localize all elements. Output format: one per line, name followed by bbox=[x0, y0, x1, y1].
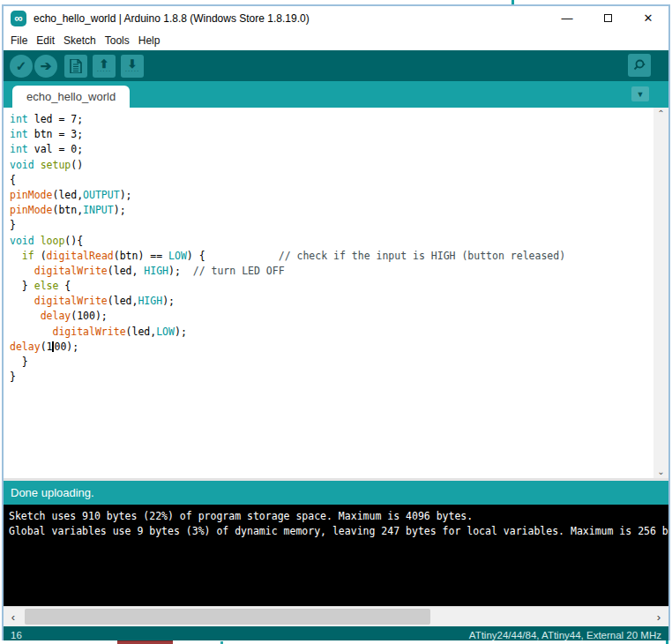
tabbar: echo_hello_world ▼ bbox=[4, 81, 668, 108]
arduino-logo-icon: ∞ bbox=[11, 11, 26, 26]
window-controls: — ✕ bbox=[547, 6, 668, 30]
menubar: FileEditSketchToolsHelp bbox=[4, 30, 668, 50]
code-line: } else { bbox=[10, 279, 653, 294]
tab-echo-hello-world[interactable]: echo_hello_world bbox=[12, 86, 130, 108]
menu-item-help[interactable]: Help bbox=[138, 33, 167, 49]
serial-monitor-button[interactable] bbox=[628, 54, 651, 77]
background-strip bbox=[0, 640, 672, 644]
open-sketch-button[interactable]: ⬆ ····· bbox=[93, 55, 116, 78]
code-line: int val = 0; bbox=[10, 142, 653, 157]
code-line: int led = 7; bbox=[10, 112, 653, 127]
tab-list-dropdown-button[interactable]: ▼ bbox=[631, 86, 649, 101]
code-line: pinMode(btn,INPUT); bbox=[10, 203, 653, 218]
close-button[interactable]: ✕ bbox=[628, 6, 668, 30]
code-line: } bbox=[10, 355, 653, 370]
console-line: Sketch uses 910 bytes (22%) of program s… bbox=[9, 509, 668, 524]
code-line: if (digitalRead(btn) == LOW) { // check … bbox=[10, 249, 653, 264]
code-line: digitalWrite(led, HIGH); // turn LED OFF bbox=[10, 264, 653, 279]
status-message: Done uploading. bbox=[11, 486, 94, 499]
scroll-up-icon[interactable]: ⌃ bbox=[653, 108, 668, 120]
code-line: int btn = 3; bbox=[10, 127, 653, 142]
save-sketch-button[interactable]: ⬇ ····· bbox=[121, 55, 144, 78]
new-sketch-button[interactable] bbox=[64, 55, 87, 78]
scroll-down-icon[interactable]: ⌄ bbox=[653, 466, 668, 478]
chevron-down-icon: ▼ bbox=[637, 90, 645, 99]
code-line: } bbox=[10, 370, 653, 385]
code-line: } bbox=[10, 218, 653, 233]
up-arrow-tray-icon: ⬆ ····· bbox=[97, 59, 112, 73]
menu-item-tools[interactable]: Tools bbox=[105, 33, 136, 49]
console-line: Global variables use 9 bytes (3%) of dyn… bbox=[9, 524, 668, 539]
check-icon: ✓ bbox=[16, 59, 27, 72]
minimize-button[interactable]: — bbox=[547, 6, 587, 30]
menu-item-file[interactable]: File bbox=[11, 33, 34, 49]
background-fragment bbox=[666, 640, 668, 644]
scroll-left-icon[interactable]: ‹ bbox=[4, 607, 23, 626]
code-line: delay(100); bbox=[10, 340, 653, 355]
down-arrow-tray-icon: ⬇ ····· bbox=[125, 59, 140, 73]
titlebar[interactable]: ∞ echo_hello_world | Arduino 1.8.8 (Wind… bbox=[4, 6, 668, 30]
code-area[interactable]: int led = 7;int btn = 3;int val = 0;void… bbox=[4, 108, 653, 478]
line-number: 16 bbox=[11, 630, 22, 640]
code-line: delay(100); bbox=[10, 309, 653, 324]
code-line: void setup() bbox=[10, 158, 653, 173]
upload-button[interactable]: ➔ bbox=[34, 55, 57, 78]
console-output: Sketch uses 910 bytes (22%) of program s… bbox=[4, 505, 668, 606]
screen: ∞ echo_hello_world | Arduino 1.8.8 (Wind… bbox=[0, 0, 672, 644]
window-title: echo_hello_world | Arduino 1.8.8 (Window… bbox=[34, 12, 310, 25]
background-fragment bbox=[117, 640, 173, 644]
status-strip: Done uploading. bbox=[4, 481, 668, 505]
horizontal-scrollbar-thumb[interactable] bbox=[25, 609, 430, 625]
menu-item-edit[interactable]: Edit bbox=[36, 33, 61, 49]
verify-button[interactable]: ✓ bbox=[10, 55, 33, 78]
code-line: digitalWrite(led,LOW); bbox=[10, 325, 653, 340]
right-arrow-icon: ➔ bbox=[41, 59, 52, 72]
scroll-right-icon[interactable]: › bbox=[649, 607, 668, 626]
maximize-button[interactable] bbox=[587, 6, 628, 30]
toolbar: ✓ ➔ ⬆ ····· ⬇ bbox=[4, 50, 668, 81]
menu-item-sketch[interactable]: Sketch bbox=[63, 33, 102, 49]
document-icon bbox=[70, 59, 82, 73]
horizontal-scrollbar[interactable]: ‹ › bbox=[4, 606, 668, 626]
board-info: ATtiny24/44/84, ATtiny44, External 20 MH… bbox=[469, 630, 661, 640]
code-line: pinMode(led,OUTPUT); bbox=[10, 188, 653, 203]
code-line: { bbox=[10, 173, 653, 188]
magnifier-icon bbox=[632, 58, 646, 72]
arduino-ide-window: ∞ echo_hello_world | Arduino 1.8.8 (Wind… bbox=[2, 4, 670, 641]
code-line: digitalWrite(led,HIGH); bbox=[10, 294, 653, 309]
maximize-icon bbox=[604, 14, 612, 22]
editor: int led = 7;int btn = 3;int val = 0;void… bbox=[4, 108, 668, 478]
code-line: void loop(){ bbox=[10, 234, 653, 249]
vertical-scrollbar[interactable]: ⌃ ⌄ bbox=[653, 108, 668, 478]
